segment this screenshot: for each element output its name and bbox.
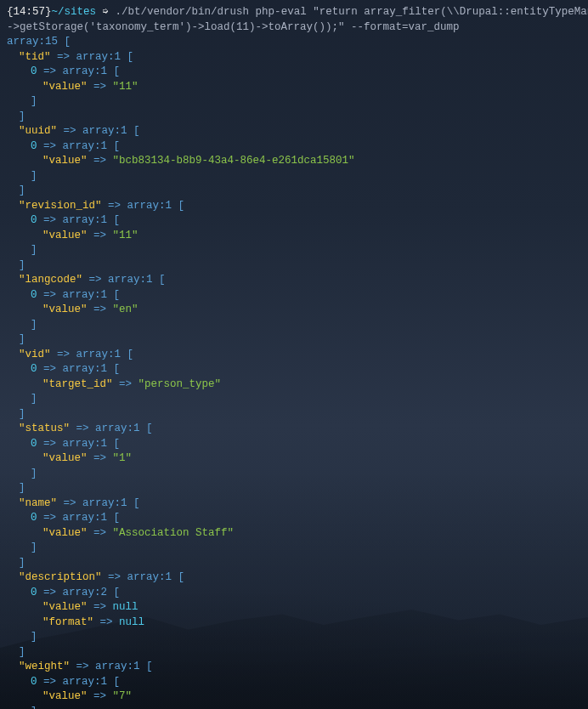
close-bracket: ] [7,467,581,482]
close-bracket: ] [7,705,581,710]
field-weight-index: 0 => array:1 [ [7,675,581,690]
field-uuid-index: 0 => array:1 [ [7,139,581,155]
close-bracket: ] [7,243,581,258]
field-status-index: 0 => array:1 [ [7,437,581,452]
field-uuid: "uuid" => array:1 [ [7,124,581,139]
field-tid-value: "value" => "11" [7,80,581,95]
close-bracket: ] [7,392,581,407]
field-vid: "vid" => array:1 [ [7,348,581,363]
field-langcode-index: 0 => array:1 [ [7,288,581,303]
close-bracket: ] [7,169,581,184]
close-bracket: ] [7,645,581,661]
field-revision-id: "revision_id" => array:1 [ [7,199,581,214]
command-part-1: ./bt/vendor/bin/drush php-eval "return a… [116,6,588,18]
field-weight: "weight" => array:1 [ [7,660,581,675]
field-langcode: "langcode" => array:1 [ [7,273,581,288]
prompt-arrow: ➭ [103,6,110,18]
field-name: "name" => array:1 [ [7,496,581,512]
field-description-value1: "value" => null [7,600,581,615]
terminal-output: {14:57}~/sites ➭ ./bt/vendor/bin/drush p… [7,5,581,709]
close-bracket: ] [7,556,581,571]
prompt-line-2: ->getStorage('taxonomy_term')->load(11)-… [7,20,581,36]
field-vid-value: "target_id" => "person_type" [7,377,581,393]
field-status: "status" => array:1 [ [7,422,581,437]
field-weight-value: "value" => "7" [7,689,581,705]
command-part-2: ->getStorage('taxonomy_term')->load(11)-… [7,21,460,33]
field-description-value2: "format" => null [7,615,581,631]
output-root: array:15 [ [7,35,581,50]
close-bracket: ] [7,541,581,556]
field-name-index: 0 => array:1 [ [7,511,581,526]
close-bracket: ] [7,184,581,199]
field-revision-id-value: "value" => "11" [7,229,581,244]
prompt-line-1: {14:57}~/sites ➭ ./bt/vendor/bin/drush p… [7,5,581,20]
field-description-index: 0 => array:2 [ [7,586,581,601]
prompt-path: ~/sites [52,6,97,18]
field-description: "description" => array:1 [ [7,570,581,586]
field-revision-id-index: 0 => array:1 [ [7,213,581,229]
field-tid-index: 0 => array:1 [ [7,65,581,80]
field-tid: "tid" => array:1 [ [7,50,581,65]
close-bracket: ] [7,332,581,348]
field-name-value: "value" => "Association Staff" [7,526,581,542]
close-bracket: ] [7,481,581,496]
field-langcode-value: "value" => "en" [7,303,581,318]
field-vid-index: 0 => array:1 [ [7,362,581,377]
close-bracket: ] [7,110,581,125]
close-bracket: ] [7,407,581,423]
field-uuid-value: "value" => "bcb83134-b8b9-43a4-86e4-e261… [7,154,581,169]
close-bracket: ] [7,258,581,274]
field-status-value: "value" => "1" [7,451,581,467]
close-bracket: ] [7,318,581,333]
close-bracket: ] [7,94,581,110]
prompt-time: {14:57} [7,6,52,18]
close-bracket: ] [7,630,581,645]
